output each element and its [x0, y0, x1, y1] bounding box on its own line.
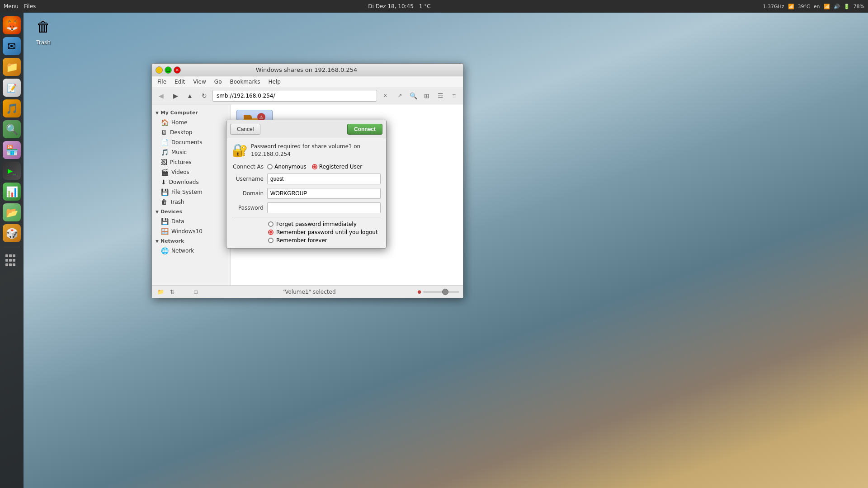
- zoom-slider[interactable]: [423, 291, 459, 293]
- lock-icon: 🔐: [232, 143, 246, 157]
- pictures-icon: 🖼: [161, 159, 167, 166]
- domain-input[interactable]: [267, 188, 381, 199]
- devices-section[interactable]: ▼ Devices: [152, 207, 231, 216]
- battery-icon: 🔋: [844, 4, 850, 9]
- cpu-icon: 📶: [788, 4, 794, 9]
- search-button[interactable]: 🔍: [407, 89, 420, 102]
- clear-address-button[interactable]: ✕: [379, 89, 392, 102]
- home-icon: 🏠: [161, 119, 169, 126]
- refresh-button[interactable]: ↻: [198, 89, 211, 102]
- dialog-separator: [232, 217, 381, 217]
- sidebar-item-network[interactable]: 🌐 Network: [152, 246, 231, 256]
- sidebar-item-windows10[interactable]: 🪟 Windows10: [152, 226, 231, 236]
- devices-label: Devices: [160, 209, 182, 215]
- statusbar-action-button[interactable]: □: [191, 287, 201, 297]
- dock-vlc[interactable]: 🎵: [3, 99, 21, 117]
- sidebar-item-videos[interactable]: 🎬 Videos: [152, 167, 231, 177]
- menu-go[interactable]: Go: [211, 78, 226, 86]
- password-row: Password: [232, 202, 381, 213]
- sidebar-windows10-label: Windows10: [171, 228, 203, 235]
- connect-as-row: Connect As Anonymous Registered User: [232, 164, 381, 170]
- dock-numbers[interactable]: 📊: [3, 183, 21, 201]
- dock-apps-button[interactable]: [3, 252, 21, 270]
- statusbar-empty-button[interactable]: [179, 287, 189, 297]
- back-button[interactable]: ◀: [155, 89, 167, 102]
- downloads-icon: ⬇: [161, 178, 166, 186]
- password-required-text: Password required for share volume1 on 1…: [251, 143, 381, 158]
- list-view-button[interactable]: ☰: [434, 89, 447, 102]
- left-dock: 🦊 ✉ 📁 📝 🎵 🔍 🏪 ▶_ 📊 📂 🎲: [0, 13, 24, 488]
- zoom-thumb[interactable]: [442, 289, 448, 295]
- network-section[interactable]: ▼ Network: [152, 236, 231, 246]
- registered-user-radio-btn[interactable]: [312, 164, 317, 169]
- menu-edit[interactable]: Edit: [171, 78, 189, 86]
- open-in-terminal-button[interactable]: ↗: [393, 89, 406, 102]
- dock-software[interactable]: 🏪: [3, 141, 21, 159]
- dock-blender[interactable]: 🎲: [3, 224, 21, 242]
- registered-user-radio[interactable]: Registered User: [312, 164, 362, 170]
- remember-forever-radio-btn[interactable]: [268, 238, 274, 243]
- statusbar-sort-button[interactable]: ⇅: [167, 287, 177, 297]
- more-view-button[interactable]: ≡: [448, 89, 460, 102]
- my-computer-section[interactable]: ▼ My Computer: [152, 108, 231, 117]
- connect-dialog[interactable]: Cancel Connect 🔐 Password required for s…: [226, 120, 387, 249]
- sidebar-item-documents[interactable]: 📄 Documents: [152, 137, 231, 147]
- anonymous-radio[interactable]: Anonymous: [267, 164, 307, 170]
- menu-bookmarks[interactable]: Bookmarks: [226, 78, 264, 86]
- sidebar-item-music[interactable]: 🎵 Music: [152, 147, 231, 157]
- connect-button[interactable]: Connect: [347, 124, 382, 135]
- dock-files2[interactable]: 📂: [3, 203, 21, 221]
- maximize-button[interactable]: □: [165, 66, 172, 74]
- sidebar-item-downloads[interactable]: ⬇ Downloads: [152, 177, 231, 187]
- desktop-trash[interactable]: 🗑 Trash: [33, 16, 54, 46]
- password-input[interactable]: [267, 202, 381, 213]
- up-button[interactable]: ▲: [184, 89, 196, 102]
- cancel-button[interactable]: Cancel: [230, 124, 260, 135]
- dock-mail[interactable]: ✉: [3, 37, 21, 55]
- dock-firefox[interactable]: 🦊: [3, 16, 21, 34]
- menu-button[interactable]: Menu: [4, 3, 19, 9]
- connect-as-label: Connect As: [232, 164, 264, 170]
- statusbar-nav-button[interactable]: 📁: [156, 287, 165, 297]
- sidebar-item-trash[interactable]: 🗑 Trash: [152, 197, 231, 207]
- dock-search[interactable]: 🔍: [3, 120, 21, 138]
- forget-radio-btn[interactable]: [268, 221, 274, 227]
- dock-terminal[interactable]: ▶_: [3, 162, 21, 180]
- minimize-button[interactable]: _: [156, 66, 163, 74]
- menu-help[interactable]: Help: [265, 78, 284, 86]
- filesystem-icon: 💾: [161, 188, 169, 196]
- apps-grid-icon: [4, 253, 20, 269]
- username-input[interactable]: [267, 174, 381, 184]
- remember-logout-radio-btn[interactable]: [268, 230, 274, 235]
- sidebar-item-data[interactable]: 💾 Data: [152, 216, 231, 226]
- sidebar-item-filesystem[interactable]: 💾 File System: [152, 187, 231, 197]
- sidebar-item-desktop[interactable]: 🖥 Desktop: [152, 127, 231, 137]
- temp-display: 39°C: [798, 4, 810, 9]
- battery-display: 78%: [854, 4, 864, 9]
- my-computer-arrow: ▼: [156, 111, 159, 115]
- sidebar-item-home[interactable]: 🏠 Home: [152, 117, 231, 127]
- forget-radio[interactable]: Forget password immediately: [268, 221, 381, 227]
- sidebar-videos-label: Videos: [171, 169, 189, 175]
- forward-button[interactable]: ▶: [169, 89, 182, 102]
- address-bar: smb://192.168.0.254/: [212, 90, 377, 102]
- menu-file[interactable]: File: [154, 78, 170, 86]
- top-panel: Menu Files Di Dez 18, 10:45 1 °C 1.37GHz…: [0, 0, 868, 13]
- documents-icon: 📄: [161, 139, 169, 146]
- remember-forever-radio[interactable]: Remember forever: [268, 237, 381, 244]
- terminal-icon: ▶_: [8, 167, 16, 174]
- anonymous-radio-btn[interactable]: [267, 164, 273, 169]
- remember-logout-radio[interactable]: Remember password until you logout: [268, 229, 381, 235]
- status-text: "Volume1" selected: [201, 289, 417, 295]
- sidebar-item-pictures[interactable]: 🖼 Pictures: [152, 157, 231, 167]
- dock-files[interactable]: 📁: [3, 58, 21, 76]
- menu-view[interactable]: View: [189, 78, 209, 86]
- icon-view-button[interactable]: ⊞: [420, 89, 433, 102]
- domain-label: Domain: [232, 190, 264, 197]
- sidebar-home-label: Home: [171, 119, 187, 126]
- files-button[interactable]: Files: [24, 3, 36, 9]
- sidebar-downloads-label: Downloads: [169, 179, 199, 185]
- close-button[interactable]: ✕: [174, 66, 181, 74]
- wifi-icon: 📶: [824, 4, 830, 9]
- dock-text-editor[interactable]: 📝: [3, 79, 21, 97]
